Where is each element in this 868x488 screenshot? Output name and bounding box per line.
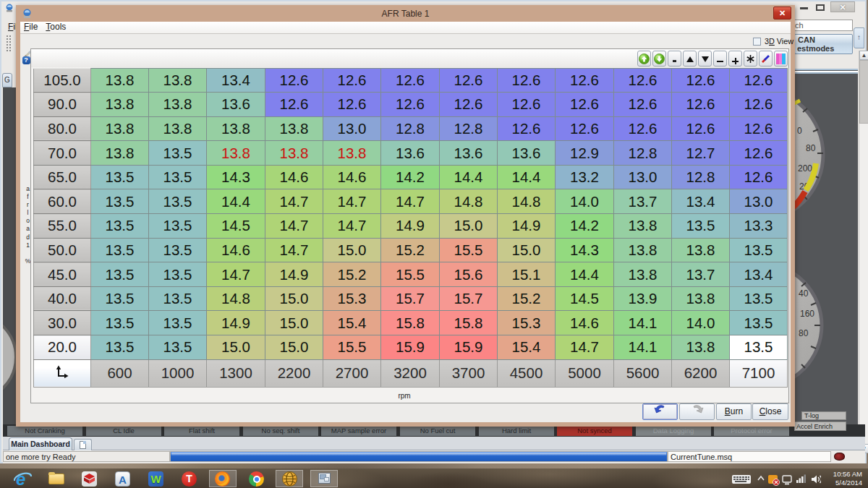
svg-text:160: 160 [800, 309, 814, 319]
svg-text:80: 80 [806, 143, 816, 153]
svg-text:40: 40 [799, 288, 809, 299]
svg-text:0: 0 [797, 126, 802, 136]
svg-text:200: 200 [798, 163, 812, 174]
svg-text:80: 80 [799, 328, 809, 338]
